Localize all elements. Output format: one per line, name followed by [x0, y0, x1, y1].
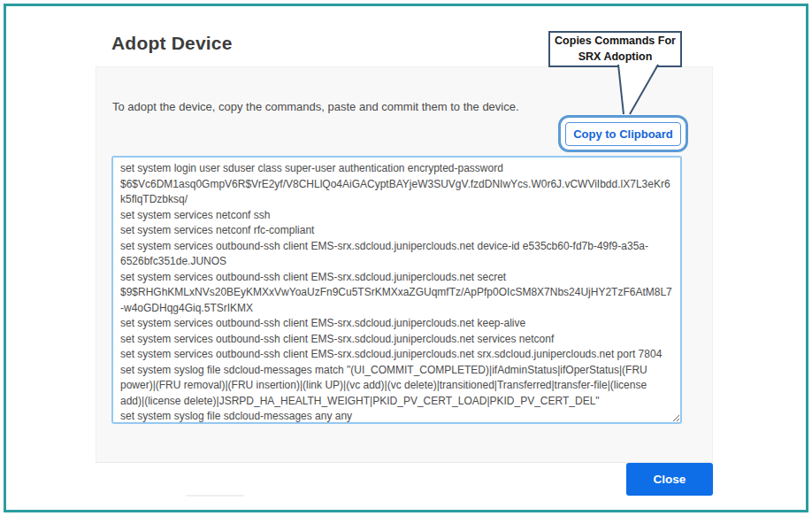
adoption-commands-textarea[interactable]	[111, 156, 682, 424]
annotation-callout-text: Copies Commands For SRX Adoption	[551, 34, 680, 65]
page-title: Adopt Device	[111, 33, 233, 54]
copy-to-clipboard-button[interactable]: Copy to Clipboard	[565, 122, 681, 146]
annotation-callout: Copies Commands For SRX Adoption	[548, 31, 682, 67]
instruction-text: To adopt the device, copy the commands, …	[112, 100, 519, 113]
adopt-device-panel: To adopt the device, copy the commands, …	[96, 66, 713, 463]
screenshot-frame: Adopt Device To adopt the device, copy t…	[4, 4, 808, 512]
close-button[interactable]: Close	[626, 463, 713, 496]
footer-smudge	[186, 495, 244, 497]
